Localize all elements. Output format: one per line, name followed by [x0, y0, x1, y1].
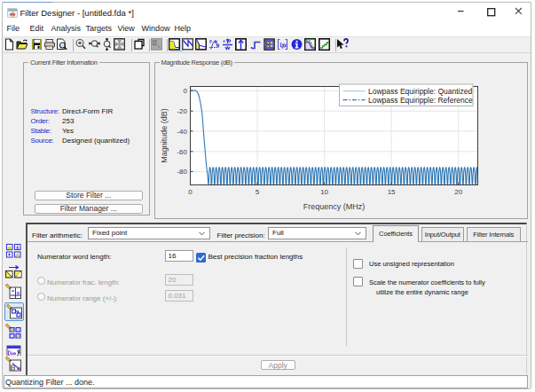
- svg-text:Magnitude (dB): Magnitude (dB): [160, 108, 169, 163]
- svg-text:Lowpass Equiripple: Quantized: Lowpass Equiripple: Quantized: [368, 87, 472, 96]
- svg-text:0: 0: [184, 87, 188, 95]
- svg-text:10: 10: [320, 188, 328, 196]
- svg-text:20: 20: [454, 188, 462, 196]
- svg-text:5: 5: [256, 188, 260, 196]
- svg-text:-40: -40: [177, 128, 187, 136]
- svg-text:-80: -80: [177, 168, 187, 176]
- svg-text:-60: -60: [177, 148, 187, 156]
- svg-text:Lowpass Equiripple: Reference: Lowpass Equiripple: Reference: [368, 96, 473, 105]
- svg-text:0: 0: [188, 188, 193, 196]
- svg-text:Frequency (MHz): Frequency (MHz): [303, 202, 366, 211]
- svg-text:15: 15: [388, 188, 396, 196]
- svg-text:-20: -20: [177, 107, 187, 115]
